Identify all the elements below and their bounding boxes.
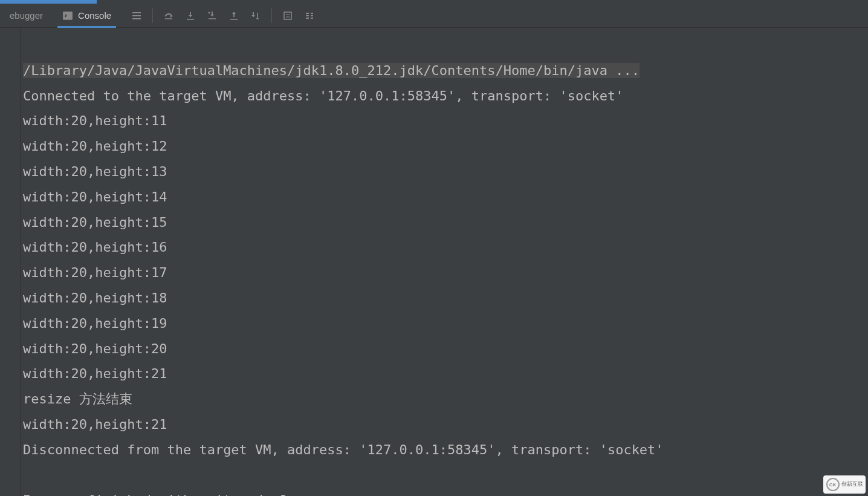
step-into-button[interactable] bbox=[182, 7, 199, 24]
console-line: Process finished with exit code 0 bbox=[23, 492, 287, 496]
console-line: width:20,height:20 bbox=[23, 341, 167, 356]
tab-debugger-label: ebugger bbox=[10, 10, 43, 21]
run-to-cursor-icon bbox=[250, 10, 261, 21]
step-over-icon bbox=[163, 10, 174, 21]
layout-button[interactable] bbox=[128, 7, 145, 24]
console-line: width:20,height:12 bbox=[23, 139, 167, 154]
step-out-icon bbox=[228, 10, 239, 21]
console-line: Disconnected from the target VM, address… bbox=[23, 442, 664, 457]
console-line: width:20,height:17 bbox=[23, 265, 167, 280]
evaluate-button[interactable] bbox=[279, 7, 296, 24]
toolbar-divider-2 bbox=[271, 8, 272, 23]
tab-console[interactable]: Console bbox=[53, 4, 121, 28]
watermark-logo-icon: CK bbox=[826, 478, 840, 491]
svg-rect-2 bbox=[284, 12, 291, 19]
trace-button[interactable] bbox=[301, 7, 318, 24]
console-line: width:20,height:15 bbox=[23, 215, 167, 230]
svg-rect-0 bbox=[63, 11, 73, 20]
console-line: width:20,height:18 bbox=[23, 290, 167, 305]
step-out-button[interactable] bbox=[225, 7, 242, 24]
watermark-text: 创新互联 bbox=[841, 481, 863, 488]
step-over-button[interactable] bbox=[160, 7, 177, 24]
console-line: width:20,height:14 bbox=[23, 189, 167, 204]
console-line: Connected to the target VM, address: '12… bbox=[23, 88, 623, 103]
toolbar-divider-1 bbox=[152, 8, 153, 23]
console-line: width:20,height:16 bbox=[23, 240, 167, 255]
step-into-icon bbox=[185, 10, 196, 21]
run-to-cursor-button[interactable] bbox=[247, 7, 264, 24]
force-step-into-icon bbox=[207, 10, 218, 21]
toolbar: ebugger Console bbox=[0, 4, 868, 28]
console-line: width:20,height:13 bbox=[23, 164, 167, 179]
console-line: width:20,height:21 bbox=[23, 366, 167, 381]
force-step-into-button[interactable] bbox=[204, 7, 221, 24]
console-line: width:20,height:21 bbox=[23, 417, 167, 432]
console-command-line: /Library/Java/JavaVirtualMachines/jdk1.8… bbox=[23, 63, 640, 78]
console-icon bbox=[62, 10, 73, 21]
main-area: /Library/Java/JavaVirtualMachines/jdk1.8… bbox=[0, 28, 868, 496]
console-output[interactable]: /Library/Java/JavaVirtualMachines/jdk1.8… bbox=[21, 28, 868, 496]
tab-console-label: Console bbox=[78, 10, 111, 21]
console-line: resize 方法结束 bbox=[23, 391, 132, 406]
trace-icon bbox=[304, 10, 315, 21]
console-line: width:20,height:11 bbox=[23, 113, 167, 128]
list-icon bbox=[131, 10, 142, 21]
console-gutter bbox=[0, 28, 21, 496]
svg-point-1 bbox=[209, 11, 210, 13]
tab-debugger[interactable]: ebugger bbox=[0, 4, 53, 28]
top-bar bbox=[0, 0, 868, 4]
evaluate-icon bbox=[282, 10, 293, 21]
console-line: width:20,height:19 bbox=[23, 316, 167, 331]
watermark: CK 创新互联 bbox=[823, 475, 866, 494]
